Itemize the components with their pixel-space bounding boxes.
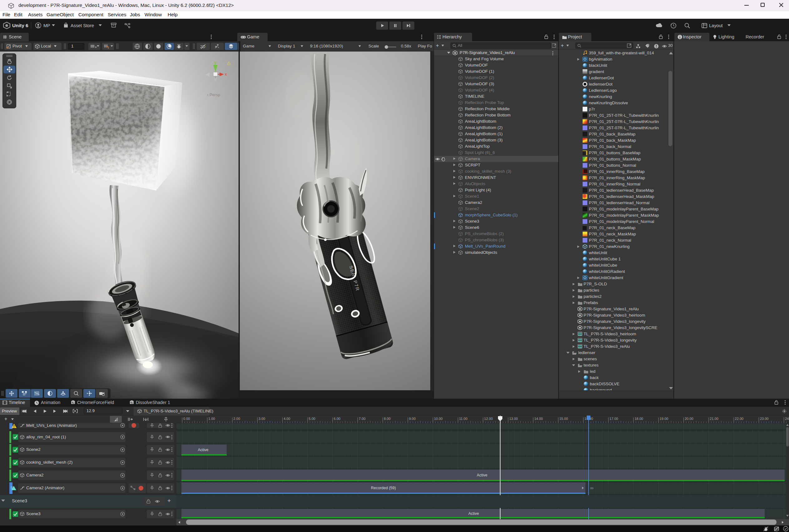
svg-text:20.00: 20.00 xyxy=(685,417,693,420)
svg-text:9.00: 9.00 xyxy=(409,417,416,420)
svg-text:10.00: 10.00 xyxy=(434,417,443,420)
svg-text:5.00: 5.00 xyxy=(309,417,315,420)
svg-text:21.00: 21.00 xyxy=(710,417,718,420)
svg-text:13.00: 13.00 xyxy=(509,417,518,420)
svg-text:24.00: 24.00 xyxy=(785,417,789,420)
svg-text:7.00: 7.00 xyxy=(359,417,365,420)
svg-text:3.00: 3.00 xyxy=(258,417,265,420)
svg-text:19.00: 19.00 xyxy=(660,417,669,420)
svg-text:23.00: 23.00 xyxy=(760,417,769,420)
svg-text:2.00: 2.00 xyxy=(234,417,240,420)
svg-text:y: y xyxy=(214,61,216,65)
svg-text:1.00: 1.00 xyxy=(208,417,215,420)
svg-text:18.00: 18.00 xyxy=(634,417,643,420)
svg-text:11.00: 11.00 xyxy=(459,417,467,420)
svg-text:17.00: 17.00 xyxy=(610,417,618,420)
svg-text:4.00: 4.00 xyxy=(284,417,290,420)
svg-text:14.00: 14.00 xyxy=(534,417,543,420)
svg-text:22.00: 22.00 xyxy=(735,417,744,420)
svg-text:0.00: 0.00 xyxy=(183,417,190,420)
svg-text:15.00: 15.00 xyxy=(559,417,568,420)
svg-text:6.00: 6.00 xyxy=(334,417,340,420)
svg-text:12.00: 12.00 xyxy=(484,417,493,420)
svg-text:x: x xyxy=(225,72,227,76)
svg-text:8.00: 8.00 xyxy=(384,417,390,420)
